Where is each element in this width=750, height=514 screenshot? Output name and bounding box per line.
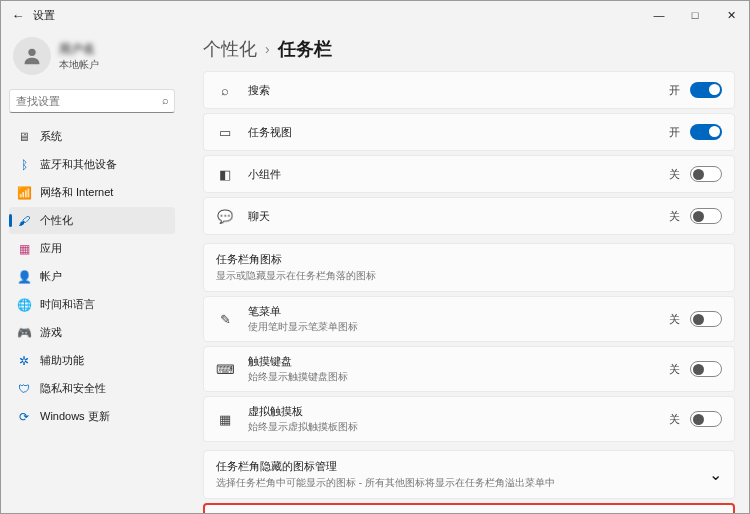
row-icon: ▦ bbox=[216, 412, 234, 427]
nav-label: 应用 bbox=[40, 241, 62, 256]
sidebar-item-3[interactable]: 🖌个性化 bbox=[9, 207, 175, 234]
sidebar-item-6[interactable]: 🌐时间和语言 bbox=[9, 291, 175, 318]
breadcrumb-current: 任务栏 bbox=[278, 37, 332, 61]
search-input[interactable] bbox=[9, 89, 175, 113]
back-button[interactable]: ← bbox=[7, 8, 29, 23]
toggle-switch[interactable] bbox=[690, 311, 722, 327]
nav-icon: 👤 bbox=[17, 270, 31, 284]
nav-list: 🖥系统ᛒ蓝牙和其他设备📶网络和 Internet🖌个性化▦应用👤帐户🌐时间和语言… bbox=[9, 123, 175, 430]
chevron-right-icon: › bbox=[265, 41, 270, 57]
row-label: 任务视图 bbox=[248, 125, 669, 140]
toggle-switch[interactable] bbox=[690, 124, 722, 140]
row-label: 小组件 bbox=[248, 167, 669, 182]
setting-row: ⌨ 触摸键盘始终显示触摸键盘图标 关 bbox=[203, 346, 735, 392]
toggle-state: 关 bbox=[669, 167, 680, 182]
sidebar-item-8[interactable]: ✲辅助功能 bbox=[9, 347, 175, 374]
row-icon: ⌕ bbox=[216, 83, 234, 98]
row-desc: 始终显示虚拟触摸板图标 bbox=[248, 420, 669, 434]
taskbar-items-group: ⌕ 搜索 开 ▭ 任务视图 开 ◧ 小组件 关 💬 聊天 关 bbox=[203, 71, 735, 235]
row-icon: ✎ bbox=[216, 312, 234, 327]
nav-label: 游戏 bbox=[40, 325, 62, 340]
profile-type: 本地帐户 bbox=[59, 58, 99, 72]
setting-row: ▭ 任务视图 开 bbox=[203, 113, 735, 151]
sidebar-item-1[interactable]: ᛒ蓝牙和其他设备 bbox=[9, 151, 175, 178]
nav-label: 时间和语言 bbox=[40, 297, 95, 312]
maximize-button[interactable]: □ bbox=[677, 1, 713, 29]
profile-block[interactable]: 用户名 本地帐户 bbox=[9, 33, 175, 83]
toggle-state: 关 bbox=[669, 209, 680, 224]
svg-point-0 bbox=[28, 49, 35, 56]
row-icon: 💬 bbox=[216, 209, 234, 224]
toggle-state: 关 bbox=[669, 362, 680, 377]
sidebar-item-5[interactable]: 👤帐户 bbox=[9, 263, 175, 290]
section-title: 任务栏角隐藏的图标管理 bbox=[216, 459, 709, 474]
breadcrumb: 个性化 › 任务栏 bbox=[203, 37, 735, 61]
corner-items-group: ✎ 笔菜单使用笔时显示笔菜单图标 关 ⌨ 触摸键盘始终显示触摸键盘图标 关 ▦ … bbox=[203, 296, 735, 442]
titlebar: ← 设置 — □ ✕ bbox=[1, 1, 749, 29]
toggle-switch[interactable] bbox=[690, 82, 722, 98]
nav-icon: 🖥 bbox=[17, 130, 31, 144]
nav-label: 系统 bbox=[40, 129, 62, 144]
row-desc: 始终显示触摸键盘图标 bbox=[248, 370, 669, 384]
nav-icon: 📶 bbox=[17, 186, 31, 200]
sidebar-item-4[interactable]: ▦应用 bbox=[9, 235, 175, 262]
taskbar-behavior-section[interactable]: 任务栏行为 任务栏对齐、标记、自动隐藏和多个显示器 ⌄ bbox=[203, 503, 735, 513]
setting-row: ✎ 笔菜单使用笔时显示笔菜单图标 关 bbox=[203, 296, 735, 342]
search-icon: ⌕ bbox=[162, 94, 169, 106]
nav-label: 帐户 bbox=[40, 269, 62, 284]
breadcrumb-parent[interactable]: 个性化 bbox=[203, 37, 257, 61]
chevron-down-icon: ⌄ bbox=[709, 465, 722, 484]
section-desc: 显示或隐藏显示在任务栏角落的图标 bbox=[216, 269, 722, 283]
row-icon: ⌨ bbox=[216, 362, 234, 377]
toggle-state: 关 bbox=[669, 312, 680, 327]
setting-row: ◧ 小组件 关 bbox=[203, 155, 735, 193]
corner-icons-section: 任务栏角图标 显示或隐藏显示在任务栏角落的图标 bbox=[203, 243, 735, 292]
row-icon: ▭ bbox=[216, 125, 234, 140]
sidebar-item-10[interactable]: ⟳Windows 更新 bbox=[9, 403, 175, 430]
nav-icon: ⟳ bbox=[17, 410, 31, 424]
row-label: 虚拟触摸板 bbox=[248, 404, 669, 419]
close-button[interactable]: ✕ bbox=[713, 1, 749, 29]
row-label: 触摸键盘 bbox=[248, 354, 669, 369]
settings-window: ← 设置 — □ ✕ 用户名 本地帐户 ⌕ 🖥系统ᛒ蓝牙和其他设备📶网络 bbox=[0, 0, 750, 514]
nav-icon: 🎮 bbox=[17, 326, 31, 340]
nav-label: 个性化 bbox=[40, 213, 73, 228]
nav-icon: 🖌 bbox=[17, 214, 31, 228]
sidebar: 用户名 本地帐户 ⌕ 🖥系统ᛒ蓝牙和其他设备📶网络和 Internet🖌个性化▦… bbox=[1, 29, 181, 513]
setting-row: ▦ 虚拟触摸板始终显示虚拟触摸板图标 关 bbox=[203, 396, 735, 442]
row-label: 聊天 bbox=[248, 209, 669, 224]
section-title: 任务栏角图标 bbox=[216, 252, 722, 267]
nav-label: 隐私和安全性 bbox=[40, 381, 106, 396]
toggle-state: 开 bbox=[669, 83, 680, 98]
toggle-switch[interactable] bbox=[690, 361, 722, 377]
setting-row: ⌕ 搜索 开 bbox=[203, 71, 735, 109]
nav-icon: ᛒ bbox=[17, 158, 31, 172]
overflow-section[interactable]: 任务栏角隐藏的图标管理 选择任务栏角中可能显示的图标 - 所有其他图标将显示在任… bbox=[203, 450, 735, 499]
section-desc: 选择任务栏角中可能显示的图标 - 所有其他图标将显示在任务栏角溢出菜单中 bbox=[216, 476, 709, 490]
sidebar-item-9[interactable]: 🛡隐私和安全性 bbox=[9, 375, 175, 402]
sidebar-item-0[interactable]: 🖥系统 bbox=[9, 123, 175, 150]
minimize-button[interactable]: — bbox=[641, 1, 677, 29]
nav-icon: ▦ bbox=[17, 242, 31, 256]
nav-icon: ✲ bbox=[17, 354, 31, 368]
setting-row: 💬 聊天 关 bbox=[203, 197, 735, 235]
row-label: 搜索 bbox=[248, 83, 669, 98]
window-controls: — □ ✕ bbox=[641, 1, 749, 29]
row-desc: 使用笔时显示笔菜单图标 bbox=[248, 320, 669, 334]
window-title: 设置 bbox=[33, 8, 55, 23]
nav-icon: 🛡 bbox=[17, 382, 31, 396]
nav-label: 网络和 Internet bbox=[40, 185, 113, 200]
sidebar-item-2[interactable]: 📶网络和 Internet bbox=[9, 179, 175, 206]
toggle-switch[interactable] bbox=[690, 166, 722, 182]
nav-icon: 🌐 bbox=[17, 298, 31, 312]
search-box[interactable]: ⌕ bbox=[9, 89, 175, 113]
toggle-state: 关 bbox=[669, 412, 680, 427]
nav-label: Windows 更新 bbox=[40, 409, 110, 424]
avatar-icon bbox=[13, 37, 51, 75]
nav-label: 辅助功能 bbox=[40, 353, 84, 368]
toggle-switch[interactable] bbox=[690, 411, 722, 427]
sidebar-item-7[interactable]: 🎮游戏 bbox=[9, 319, 175, 346]
toggle-switch[interactable] bbox=[690, 208, 722, 224]
row-label: 笔菜单 bbox=[248, 304, 669, 319]
nav-label: 蓝牙和其他设备 bbox=[40, 157, 117, 172]
